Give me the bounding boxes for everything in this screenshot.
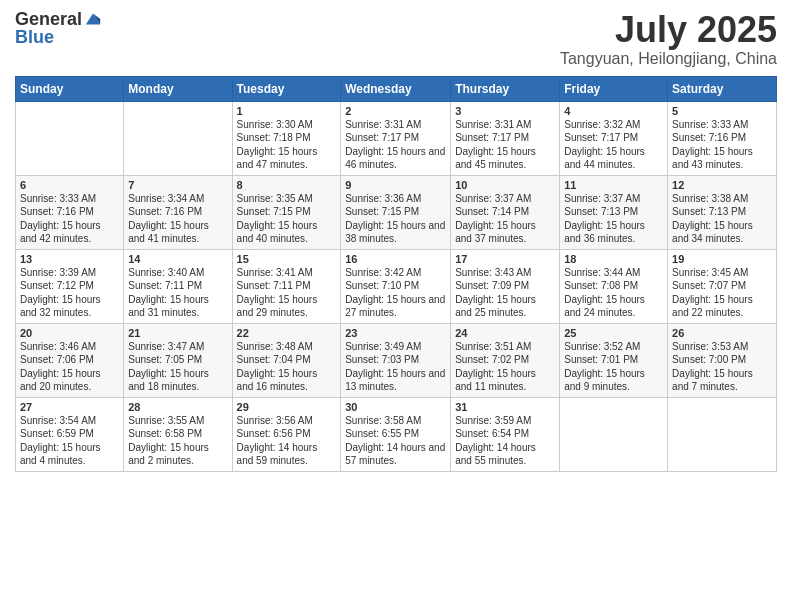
day-number: 16 bbox=[345, 253, 446, 265]
calendar-cell: 30Sunrise: 3:58 AM Sunset: 6:55 PM Dayli… bbox=[341, 397, 451, 471]
calendar-cell: 4Sunrise: 3:32 AM Sunset: 7:17 PM Daylig… bbox=[560, 101, 668, 175]
calendar-cell: 20Sunrise: 3:46 AM Sunset: 7:06 PM Dayli… bbox=[16, 323, 124, 397]
calendar-header-row: SundayMondayTuesdayWednesdayThursdayFrid… bbox=[16, 76, 777, 101]
calendar-cell: 25Sunrise: 3:52 AM Sunset: 7:01 PM Dayli… bbox=[560, 323, 668, 397]
header: General Blue July 2025 Tangyuan, Heilong… bbox=[15, 10, 777, 68]
logo-general-text: General bbox=[15, 10, 82, 28]
calendar-week-2: 6Sunrise: 3:33 AM Sunset: 7:16 PM Daylig… bbox=[16, 175, 777, 249]
day-detail: Sunrise: 3:48 AM Sunset: 7:04 PM Dayligh… bbox=[237, 340, 337, 394]
calendar-cell: 1Sunrise: 3:30 AM Sunset: 7:18 PM Daylig… bbox=[232, 101, 341, 175]
day-number: 4 bbox=[564, 105, 663, 117]
day-number: 24 bbox=[455, 327, 555, 339]
day-detail: Sunrise: 3:34 AM Sunset: 7:16 PM Dayligh… bbox=[128, 192, 227, 246]
day-number: 2 bbox=[345, 105, 446, 117]
calendar-week-5: 27Sunrise: 3:54 AM Sunset: 6:59 PM Dayli… bbox=[16, 397, 777, 471]
calendar-cell: 27Sunrise: 3:54 AM Sunset: 6:59 PM Dayli… bbox=[16, 397, 124, 471]
day-detail: Sunrise: 3:33 AM Sunset: 7:16 PM Dayligh… bbox=[672, 118, 772, 172]
day-number: 6 bbox=[20, 179, 119, 191]
day-detail: Sunrise: 3:35 AM Sunset: 7:15 PM Dayligh… bbox=[237, 192, 337, 246]
day-detail: Sunrise: 3:43 AM Sunset: 7:09 PM Dayligh… bbox=[455, 266, 555, 320]
calendar-table: SundayMondayTuesdayWednesdayThursdayFrid… bbox=[15, 76, 777, 472]
day-detail: Sunrise: 3:58 AM Sunset: 6:55 PM Dayligh… bbox=[345, 414, 446, 468]
main-title: July 2025 bbox=[560, 10, 777, 50]
calendar-cell: 11Sunrise: 3:37 AM Sunset: 7:13 PM Dayli… bbox=[560, 175, 668, 249]
calendar-week-3: 13Sunrise: 3:39 AM Sunset: 7:12 PM Dayli… bbox=[16, 249, 777, 323]
day-number: 17 bbox=[455, 253, 555, 265]
day-detail: Sunrise: 3:31 AM Sunset: 7:17 PM Dayligh… bbox=[345, 118, 446, 172]
day-number: 7 bbox=[128, 179, 227, 191]
day-detail: Sunrise: 3:40 AM Sunset: 7:11 PM Dayligh… bbox=[128, 266, 227, 320]
day-detail: Sunrise: 3:38 AM Sunset: 7:13 PM Dayligh… bbox=[672, 192, 772, 246]
day-detail: Sunrise: 3:52 AM Sunset: 7:01 PM Dayligh… bbox=[564, 340, 663, 394]
calendar-cell: 15Sunrise: 3:41 AM Sunset: 7:11 PM Dayli… bbox=[232, 249, 341, 323]
day-detail: Sunrise: 3:47 AM Sunset: 7:05 PM Dayligh… bbox=[128, 340, 227, 394]
day-number: 5 bbox=[672, 105, 772, 117]
day-detail: Sunrise: 3:44 AM Sunset: 7:08 PM Dayligh… bbox=[564, 266, 663, 320]
day-number: 15 bbox=[237, 253, 337, 265]
calendar-cell: 10Sunrise: 3:37 AM Sunset: 7:14 PM Dayli… bbox=[451, 175, 560, 249]
calendar-cell: 8Sunrise: 3:35 AM Sunset: 7:15 PM Daylig… bbox=[232, 175, 341, 249]
calendar-cell: 16Sunrise: 3:42 AM Sunset: 7:10 PM Dayli… bbox=[341, 249, 451, 323]
calendar-cell: 21Sunrise: 3:47 AM Sunset: 7:05 PM Dayli… bbox=[124, 323, 232, 397]
day-number: 18 bbox=[564, 253, 663, 265]
day-detail: Sunrise: 3:41 AM Sunset: 7:11 PM Dayligh… bbox=[237, 266, 337, 320]
calendar-cell: 5Sunrise: 3:33 AM Sunset: 7:16 PM Daylig… bbox=[668, 101, 777, 175]
day-number: 3 bbox=[455, 105, 555, 117]
calendar-cell: 19Sunrise: 3:45 AM Sunset: 7:07 PM Dayli… bbox=[668, 249, 777, 323]
calendar-cell bbox=[124, 101, 232, 175]
calendar-cell: 6Sunrise: 3:33 AM Sunset: 7:16 PM Daylig… bbox=[16, 175, 124, 249]
calendar-cell: 28Sunrise: 3:55 AM Sunset: 6:58 PM Dayli… bbox=[124, 397, 232, 471]
day-detail: Sunrise: 3:45 AM Sunset: 7:07 PM Dayligh… bbox=[672, 266, 772, 320]
day-detail: Sunrise: 3:39 AM Sunset: 7:12 PM Dayligh… bbox=[20, 266, 119, 320]
day-detail: Sunrise: 3:56 AM Sunset: 6:56 PM Dayligh… bbox=[237, 414, 337, 468]
calendar-cell: 12Sunrise: 3:38 AM Sunset: 7:13 PM Dayli… bbox=[668, 175, 777, 249]
day-number: 26 bbox=[672, 327, 772, 339]
day-detail: Sunrise: 3:37 AM Sunset: 7:13 PM Dayligh… bbox=[564, 192, 663, 246]
day-detail: Sunrise: 3:31 AM Sunset: 7:17 PM Dayligh… bbox=[455, 118, 555, 172]
day-detail: Sunrise: 3:59 AM Sunset: 6:54 PM Dayligh… bbox=[455, 414, 555, 468]
day-number: 29 bbox=[237, 401, 337, 413]
calendar-header-wednesday: Wednesday bbox=[341, 76, 451, 101]
calendar-cell: 23Sunrise: 3:49 AM Sunset: 7:03 PM Dayli… bbox=[341, 323, 451, 397]
calendar-cell: 29Sunrise: 3:56 AM Sunset: 6:56 PM Dayli… bbox=[232, 397, 341, 471]
calendar-cell bbox=[16, 101, 124, 175]
calendar-cell: 18Sunrise: 3:44 AM Sunset: 7:08 PM Dayli… bbox=[560, 249, 668, 323]
day-number: 30 bbox=[345, 401, 446, 413]
day-detail: Sunrise: 3:55 AM Sunset: 6:58 PM Dayligh… bbox=[128, 414, 227, 468]
calendar-cell: 14Sunrise: 3:40 AM Sunset: 7:11 PM Dayli… bbox=[124, 249, 232, 323]
day-number: 12 bbox=[672, 179, 772, 191]
calendar-header-tuesday: Tuesday bbox=[232, 76, 341, 101]
day-detail: Sunrise: 3:37 AM Sunset: 7:14 PM Dayligh… bbox=[455, 192, 555, 246]
calendar-header-friday: Friday bbox=[560, 76, 668, 101]
calendar-week-1: 1Sunrise: 3:30 AM Sunset: 7:18 PM Daylig… bbox=[16, 101, 777, 175]
day-number: 20 bbox=[20, 327, 119, 339]
calendar-cell: 3Sunrise: 3:31 AM Sunset: 7:17 PM Daylig… bbox=[451, 101, 560, 175]
day-detail: Sunrise: 3:53 AM Sunset: 7:00 PM Dayligh… bbox=[672, 340, 772, 394]
calendar-cell: 9Sunrise: 3:36 AM Sunset: 7:15 PM Daylig… bbox=[341, 175, 451, 249]
day-detail: Sunrise: 3:30 AM Sunset: 7:18 PM Dayligh… bbox=[237, 118, 337, 172]
logo: General Blue bbox=[15, 10, 102, 46]
day-detail: Sunrise: 3:33 AM Sunset: 7:16 PM Dayligh… bbox=[20, 192, 119, 246]
calendar-cell: 26Sunrise: 3:53 AM Sunset: 7:00 PM Dayli… bbox=[668, 323, 777, 397]
day-number: 11 bbox=[564, 179, 663, 191]
calendar-cell bbox=[668, 397, 777, 471]
day-number: 23 bbox=[345, 327, 446, 339]
logo-icon bbox=[84, 10, 102, 28]
day-number: 28 bbox=[128, 401, 227, 413]
day-number: 19 bbox=[672, 253, 772, 265]
day-number: 13 bbox=[20, 253, 119, 265]
calendar-cell: 17Sunrise: 3:43 AM Sunset: 7:09 PM Dayli… bbox=[451, 249, 560, 323]
calendar-week-4: 20Sunrise: 3:46 AM Sunset: 7:06 PM Dayli… bbox=[16, 323, 777, 397]
day-number: 10 bbox=[455, 179, 555, 191]
day-detail: Sunrise: 3:42 AM Sunset: 7:10 PM Dayligh… bbox=[345, 266, 446, 320]
day-number: 22 bbox=[237, 327, 337, 339]
day-number: 8 bbox=[237, 179, 337, 191]
page: General Blue July 2025 Tangyuan, Heilong… bbox=[0, 0, 792, 612]
calendar-cell: 22Sunrise: 3:48 AM Sunset: 7:04 PM Dayli… bbox=[232, 323, 341, 397]
day-number: 31 bbox=[455, 401, 555, 413]
calendar-cell bbox=[560, 397, 668, 471]
day-number: 25 bbox=[564, 327, 663, 339]
calendar-header-saturday: Saturday bbox=[668, 76, 777, 101]
calendar-header-monday: Monday bbox=[124, 76, 232, 101]
logo-blue-text: Blue bbox=[15, 28, 54, 46]
